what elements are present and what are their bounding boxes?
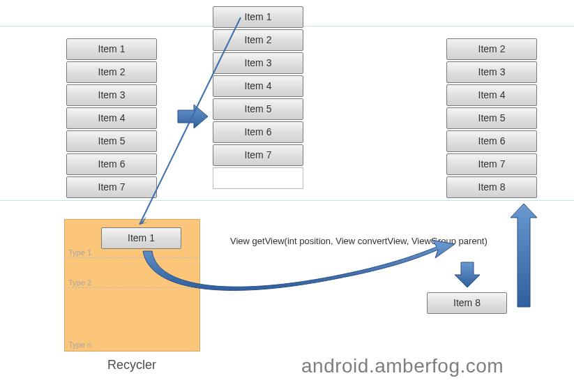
recycler-type-label: Type 1	[68, 248, 91, 257]
right-list-item: Item 3	[446, 61, 537, 83]
middle-list-empty-slot	[213, 167, 303, 189]
recycler-held-item: Item 1	[101, 227, 181, 249]
left-list-item: Item 1	[66, 38, 157, 60]
left-list-item: Item 7	[66, 176, 157, 198]
right-list-item: Item 2	[446, 38, 537, 60]
right-list-item: Item 6	[446, 130, 537, 152]
arrow-item8-up-to-list	[511, 204, 537, 307]
middle-list-item: Item 1	[213, 6, 303, 28]
middle-list-item: Item 2	[213, 29, 303, 51]
guide-rule-bottom	[0, 200, 574, 201]
middle-list-item: Item 4	[213, 75, 303, 97]
left-list-item: Item 5	[66, 130, 157, 152]
recycler-type-label: Type 2	[68, 278, 91, 287]
right-list-item: Item 8	[446, 176, 537, 198]
right-list-item: Item 5	[446, 107, 537, 129]
middle-list-item: Item 7	[213, 144, 303, 166]
method-signature-text: View getView(int position, View convertV…	[230, 236, 488, 246]
recycler-caption: Recycler	[107, 358, 156, 372]
right-list-item: Item 4	[446, 84, 537, 106]
arrow-down-to-item8	[455, 262, 480, 287]
recycler-divider	[64, 287, 200, 288]
floating-new-item: Item 8	[427, 292, 507, 314]
recycler-type-label: Type n	[68, 340, 91, 349]
left-list-item: Item 2	[66, 61, 157, 83]
left-list-item: Item 4	[66, 107, 157, 129]
left-list-item: Item 6	[66, 153, 157, 175]
middle-list-item: Item 6	[213, 121, 303, 143]
middle-list-item: Item 3	[213, 52, 303, 74]
right-list-item: Item 7	[446, 153, 537, 175]
arrow-left-to-middle	[178, 105, 208, 128]
left-list-item: Item 3	[66, 84, 157, 106]
recycler-divider	[64, 257, 200, 258]
watermark-text: android.amberfog.com	[301, 355, 504, 377]
middle-list-item: Item 5	[213, 98, 303, 120]
